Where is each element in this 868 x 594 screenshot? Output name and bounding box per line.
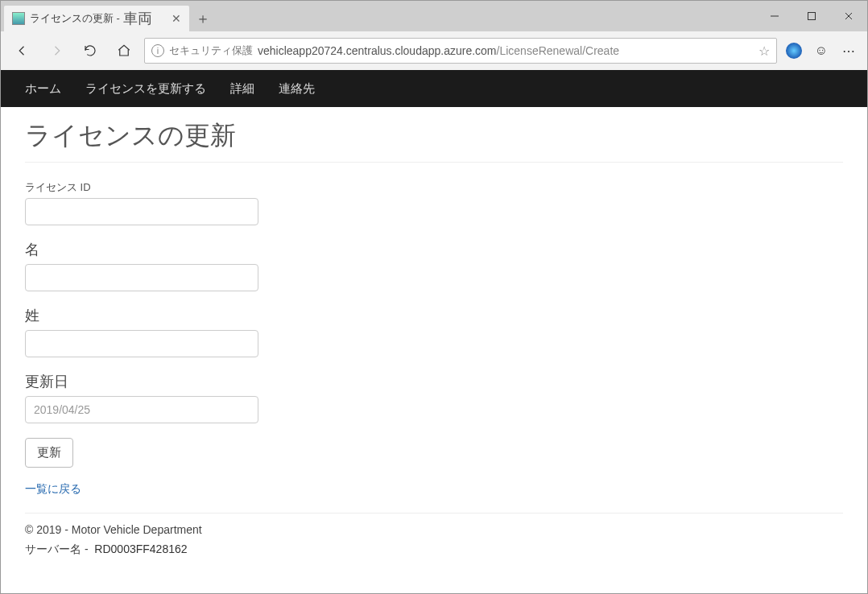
close-tab-icon[interactable]: ✕ — [172, 12, 181, 25]
nav-home[interactable]: ホーム — [25, 81, 61, 97]
nav-renew[interactable]: ライセンスを更新する — [85, 81, 206, 97]
new-tab-button[interactable]: ＋ — [189, 6, 217, 31]
page-content: ライセンスの更新 ライセンス ID 名 姓 更新日 更新 一覧に戻る © 201… — [1, 107, 867, 557]
last-name-input[interactable] — [25, 330, 258, 357]
tab-strip: ライセンスの更新 - 車両 ✕ ＋ — [1, 1, 217, 31]
svg-rect-1 — [808, 13, 816, 20]
nav-details[interactable]: 詳細 — [230, 81, 254, 97]
more-icon[interactable]: ⋯ — [838, 40, 859, 61]
favorite-icon[interactable]: ☆ — [758, 43, 770, 59]
browser-chrome: ライセンスの更新 - 車両 ✕ ＋ — [1, 1, 867, 70]
refresh-button[interactable] — [76, 37, 104, 64]
info-icon[interactable]: i — [151, 44, 164, 57]
site-nav: ホーム ライセンスを更新する 詳細 連絡先 — [1, 70, 867, 107]
url-text: vehicleapp20724.centralus.cloudapp.azure… — [258, 44, 619, 57]
first-name-label: 名 — [25, 240, 843, 259]
license-id-label: ライセンス ID — [25, 180, 843, 195]
submit-button[interactable]: 更新 — [25, 438, 73, 468]
url-path: /LicenseRenewal/Create — [497, 44, 620, 57]
address-bar[interactable]: i セキュリティ保護 vehicleapp20724.centralus.clo… — [144, 38, 777, 64]
favicon-icon — [12, 12, 25, 25]
home-button[interactable] — [110, 37, 138, 64]
feedback-icon[interactable]: ☺ — [811, 40, 832, 61]
server-label: サーバー名 - — [25, 542, 89, 555]
back-button[interactable] — [9, 37, 36, 64]
toolbar: i セキュリティ保護 vehicleapp20724.centralus.clo… — [1, 31, 867, 70]
footer-copyright: © 2019 - Motor Vehicle Department — [25, 523, 843, 536]
first-name-input[interactable] — [25, 264, 258, 291]
minimize-button[interactable] — [756, 1, 793, 31]
close-window-button[interactable] — [830, 1, 867, 31]
window-controls — [756, 1, 867, 31]
last-name-label: 姓 — [25, 306, 843, 325]
forward-button[interactable] — [43, 37, 70, 64]
license-id-input[interactable] — [25, 198, 258, 225]
url-host: vehicleapp20724.centralus.cloudapp.azure… — [258, 44, 497, 57]
tab-title-suffix: 車両 — [123, 9, 152, 28]
titlebar: ライセンスの更新 - 車両 ✕ ＋ — [1, 1, 867, 31]
browser-tab[interactable]: ライセンスの更新 - 車両 ✕ — [4, 6, 189, 31]
back-to-list-link[interactable]: 一覧に戻る — [25, 482, 81, 495]
footer-server: サーバー名 - RD0003FF428162 — [25, 542, 843, 557]
page-title: ライセンスの更新 — [25, 118, 843, 163]
maximize-button[interactable] — [793, 1, 830, 31]
renew-date-label: 更新日 — [25, 372, 843, 391]
nav-contact[interactable]: 連絡先 — [279, 81, 315, 97]
security-label: セキュリティ保護 — [169, 43, 253, 58]
server-name: RD0003FF428162 — [94, 542, 187, 555]
extension-icon[interactable] — [783, 40, 804, 61]
tab-title: ライセンスの更新 - — [30, 11, 120, 26]
renew-date-input[interactable] — [25, 396, 258, 423]
footer-divider — [25, 513, 843, 514]
